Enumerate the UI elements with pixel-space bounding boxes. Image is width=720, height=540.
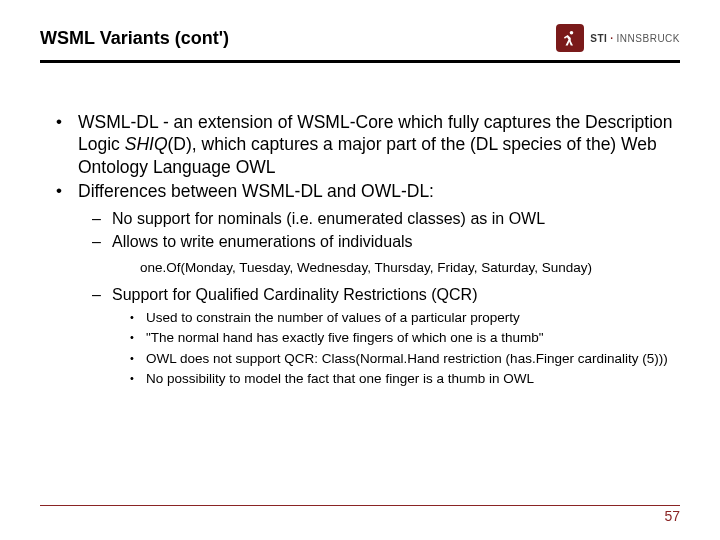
sub-item: No support for nominals (i.e. enumerated…	[92, 209, 680, 229]
bullet-item: Differences between WSML-DL and OWL-DL: …	[56, 180, 680, 388]
logo-innsbruck: INNSBRUCK	[617, 33, 680, 44]
subsub-item: OWL does not support QCR: Class(Normal.H…	[130, 350, 680, 368]
bullet-list: WSML-DL - an extension of WSML-Core whic…	[46, 111, 680, 388]
bullet-item: WSML-DL - an extension of WSML-Core whic…	[56, 111, 680, 178]
slide: WSML Variants (cont') STI · INNSBRUCK WS…	[0, 0, 720, 540]
subsub-list: Used to constrain the number of values o…	[112, 309, 680, 388]
slide-header: WSML Variants (cont') STI · INNSBRUCK	[40, 24, 680, 52]
subsub-item: No possibility to model the fact that on…	[130, 370, 680, 388]
logo-sti: STI	[590, 33, 607, 44]
subsub-item: Used to constrain the number of values o…	[130, 309, 680, 327]
slide-title: WSML Variants (cont')	[40, 28, 229, 49]
logo-text: STI · INNSBRUCK	[590, 33, 680, 44]
text-italic: SHIQ	[125, 134, 168, 154]
subsub-item: "The normal hand has exactly five finger…	[130, 329, 680, 347]
sub-list: No support for nominals (i.e. enumerated…	[78, 209, 680, 389]
logo-dot: ·	[610, 33, 613, 44]
code-example: one.Of(Monday, Tuesday, Wednesday, Thurs…	[112, 253, 680, 282]
logo-badge-icon	[556, 24, 584, 52]
text: Support for Qualified Cardinality Restri…	[112, 286, 477, 303]
page-number: 57	[40, 508, 680, 524]
footer-rule	[40, 505, 680, 507]
sub-item: Support for Qualified Cardinality Restri…	[92, 285, 680, 388]
text: Allows to write enumerations of individu…	[112, 233, 413, 250]
svg-point-0	[570, 31, 574, 35]
text: Differences between WSML-DL and OWL-DL:	[78, 181, 434, 201]
slide-footer: 57	[40, 505, 680, 525]
person-run-icon	[561, 29, 579, 47]
slide-content: WSML-DL - an extension of WSML-Core whic…	[40, 63, 680, 388]
logo: STI · INNSBRUCK	[556, 24, 680, 52]
sub-item: Allows to write enumerations of individu…	[92, 232, 680, 282]
